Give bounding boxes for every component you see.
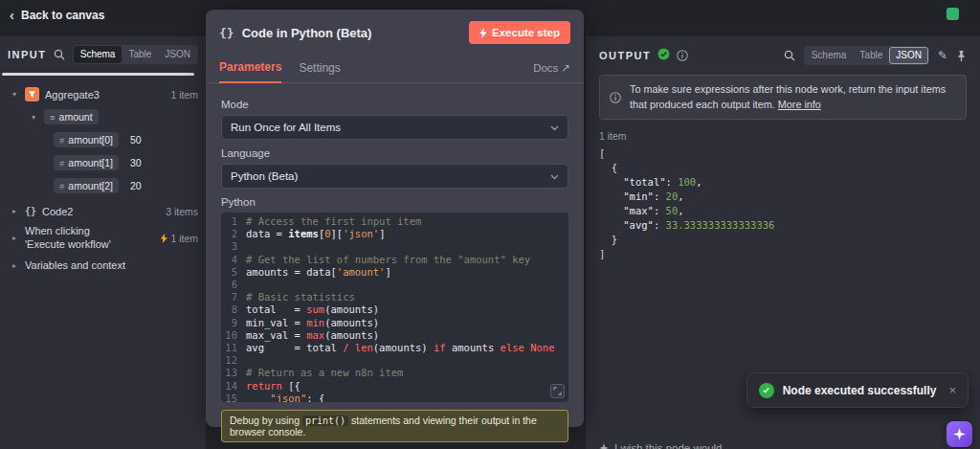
code-line: 11avg = total / len(amounts) if amounts … — [221, 342, 568, 354]
tree-node-aggregate3[interactable]: ▾ Aggregate3 1 item — [0, 83, 206, 105]
input-tab-schema[interactable]: Schema — [74, 46, 122, 63]
info-icon — [610, 83, 621, 112]
code-line: 10max_val = max(amounts) — [221, 329, 568, 342]
code-line: [ — [599, 146, 967, 161]
canvas-node-thumbnail — [947, 8, 959, 20]
input-panel-header: INPUT Schema Table JSON — [0, 36, 206, 71]
output-tab-table[interactable]: Table — [853, 47, 889, 64]
field-pill-amount-0[interactable]: # amount[0] — [54, 132, 119, 147]
code-node-panel: {} Code in Python (Beta) Execute step Pa… — [206, 10, 584, 427]
field-value: 30 — [130, 157, 142, 168]
number-type-icon: # — [59, 158, 64, 168]
chevron-down-icon — [550, 170, 559, 182]
output-tab-json[interactable]: JSON — [889, 47, 928, 64]
mode-label: Mode — [221, 99, 568, 110]
tree-leaf-amount-1[interactable]: # amount[1] 30 — [0, 151, 206, 174]
input-tab-table[interactable]: Table — [122, 46, 158, 63]
tree-node-count: 3 items — [166, 206, 198, 217]
chevron-down-icon — [550, 122, 559, 133]
success-check-icon — [657, 47, 670, 64]
back-to-canvas-label: Back to canvas — [21, 9, 104, 22]
edit-output-icon[interactable]: ✎ — [938, 49, 947, 62]
number-type-icon: # — [59, 181, 64, 191]
field-pill-amount[interactable]: ≡ amount — [44, 109, 99, 124]
sparkle-icon — [599, 443, 609, 449]
more-info-link[interactable]: More info — [778, 99, 821, 110]
tree-node-label: Code2 — [42, 206, 73, 217]
chevron-right-icon[interactable]: ▸ — [10, 207, 19, 215]
tree-node-label: When clicking 'Execute workflow' — [25, 225, 128, 252]
ai-assistant-button[interactable] — [947, 421, 972, 447]
ai-wish-prompt[interactable]: I wish this node would... — [599, 442, 731, 449]
tree-node-count: 1 item — [170, 89, 198, 101]
python-code-editor[interactable]: 1# Access the first input item2data = it… — [221, 213, 568, 402]
tree-node-variables[interactable]: ▸ Variables and context — [0, 256, 206, 276]
chevron-down-icon[interactable]: ▾ — [29, 113, 38, 122]
code-line: 14return [{ — [221, 380, 568, 393]
output-json-view[interactable]: [ { "total": 100, "min": 20, "max": 50, … — [599, 146, 967, 261]
field-value: 50 — [130, 134, 142, 146]
chevron-right-icon[interactable]: ▸ — [10, 261, 19, 270]
output-panel-title: OUTPUT — [599, 50, 651, 61]
output-items-count: 1 item — [599, 130, 967, 142]
field-pill-amount-2[interactable]: # amount[2] — [54, 178, 119, 193]
field-pill-amount-1[interactable]: # amount[1] — [54, 155, 119, 170]
output-tab-schema[interactable]: Schema — [805, 47, 854, 64]
field-pill-label: amount[1] — [68, 157, 113, 168]
success-toast: Node executed successfully × — [746, 372, 969, 408]
code-line: 7# Basic statistics — [221, 291, 568, 303]
tree-node-label: Variables and context — [25, 259, 125, 271]
input-panel: INPUT Schema Table JSON ▾ Aggregate3 1 i… — [0, 36, 206, 449]
code-line: "max": 50, — [599, 204, 967, 218]
editor-expand-icon[interactable] — [550, 384, 565, 398]
tree-field-amount[interactable]: ▾ ≡ amount — [0, 105, 206, 128]
code-line: 4# Get the list of numbers from the "amo… — [221, 254, 568, 266]
language-select[interactable]: Python (Beta) — [221, 164, 568, 189]
tree-node-label: Aggregate3 — [45, 89, 100, 101]
tab-parameters[interactable]: Parameters — [219, 54, 281, 83]
info-icon[interactable] — [677, 50, 688, 61]
code-node-icon: {} — [219, 26, 234, 40]
back-arrow-icon: ‹ — [10, 10, 14, 21]
list-icon: ≡ — [50, 112, 56, 123]
python-code-lines: 1# Access the first input item2data = it… — [221, 215, 568, 402]
tab-settings[interactable]: Settings — [299, 55, 340, 82]
mode-select[interactable]: Run Once for All Items — [221, 115, 568, 140]
execute-step-button[interactable]: Execute step — [469, 21, 570, 44]
tree-leaf-amount-2[interactable]: # amount[2] 20 — [0, 174, 206, 197]
toast-check-icon — [759, 383, 774, 398]
input-tab-json[interactable]: JSON — [158, 46, 197, 63]
chevron-right-icon[interactable]: ▸ — [10, 234, 19, 242]
input-panel-title: INPUT — [8, 49, 47, 60]
back-to-canvas-button[interactable]: ‹ Back to canvas — [10, 9, 104, 22]
code-line: 8total = sum(amounts) — [221, 303, 568, 316]
pin-data-icon[interactable] — [956, 50, 967, 62]
code-line: ] — [599, 247, 967, 261]
toast-close-icon[interactable]: × — [948, 383, 956, 397]
tree-node-count: 1 item — [161, 233, 198, 244]
chevron-down-icon[interactable]: ▾ — [10, 90, 19, 99]
code-line: 12 — [221, 354, 568, 367]
search-icon[interactable] — [54, 49, 65, 60]
code-line: { — [599, 161, 967, 175]
toast-message: Node executed successfully — [783, 384, 937, 397]
node-tabs: Parameters Settings Docs ↗ — [206, 54, 584, 83]
output-display-mode-tabs: Schema Table JSON — [804, 46, 929, 65]
code-line: 1# Access the first input item — [221, 215, 568, 228]
tree-leaf-amount-0[interactable]: # amount[0] 50 — [0, 128, 206, 151]
aggregate-node-icon — [25, 87, 39, 101]
code-line: } — [599, 233, 967, 247]
code-node-icon: {} — [25, 206, 36, 216]
code-line: "min": 20, — [599, 190, 967, 204]
lightning-icon — [479, 28, 487, 38]
field-pill-label: amount[2] — [68, 180, 113, 191]
code-line: 3 — [221, 240, 568, 253]
input-horizontal-scrollbar[interactable] — [2, 73, 194, 76]
code-line: "avg": 33.333333333333336 — [599, 218, 967, 233]
sparkle-icon — [953, 428, 966, 440]
docs-link[interactable]: Docs ↗ — [533, 61, 570, 75]
field-value: 20 — [130, 180, 142, 191]
tree-node-code2[interactable]: ▸ {} Code2 3 items — [0, 201, 206, 221]
tree-node-manual-trigger[interactable]: ▸ When clicking 'Execute workflow' 1 ite… — [0, 221, 206, 256]
search-icon[interactable] — [784, 50, 795, 61]
